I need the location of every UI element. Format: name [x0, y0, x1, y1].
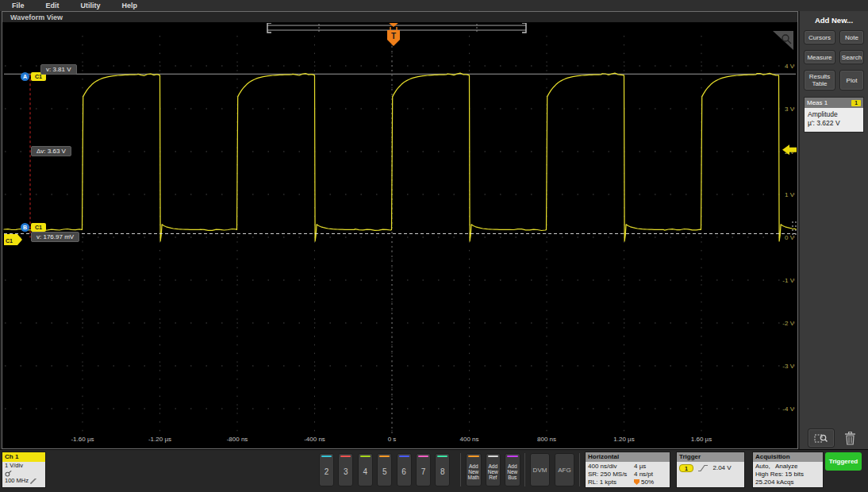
- zoom-box-icon: [814, 432, 828, 444]
- zoom-box-button[interactable]: [808, 429, 835, 448]
- triggered-status-badge: Triggered: [825, 452, 862, 471]
- channel-3-button[interactable]: 3: [338, 453, 353, 486]
- acquisition-title: Acquisition: [753, 452, 823, 462]
- bottom-bar-divider: [524, 453, 525, 486]
- measurement-badge[interactable]: Meas 1 1 Amplitude µ': 3.622 V: [804, 97, 864, 133]
- ruler-right-bracket[interactable]: [522, 23, 526, 33]
- trigger-badge[interactable]: Trigger 1 2.04 V: [676, 452, 745, 488]
- add-plot-button[interactable]: Plot: [839, 70, 864, 90]
- channel-2-button[interactable]: 2: [319, 453, 334, 486]
- add-new-ref-button[interactable]: AddNewRef: [486, 453, 501, 486]
- trash-icon[interactable]: [844, 432, 856, 445]
- cursor-a-badge[interactable]: A: [21, 72, 29, 81]
- add-new-math-button[interactable]: AddNewMath: [466, 453, 482, 486]
- add-new-button-grid: CursorsNoteMeasureSearchResults TablePlo…: [804, 30, 864, 90]
- bandwidth-icon: [30, 479, 36, 484]
- horizontal-badge[interactable]: Horizontal 400 ns/div4 µs SR: 250 MS/s4 …: [585, 452, 670, 488]
- cursor-a-readout[interactable]: v: 3.81 V: [40, 64, 77, 75]
- channel-number: 4: [359, 457, 372, 486]
- cursor-b-badge[interactable]: B: [21, 223, 29, 232]
- add-new-label: AddNewBus: [505, 457, 520, 486]
- trigger-level: 2.04 V: [712, 464, 731, 471]
- y-axis-tick-label: -4 V: [782, 406, 794, 413]
- y-axis-tick-label: 4 V: [785, 63, 795, 70]
- channel-number: 2: [320, 457, 333, 486]
- add-cursors-button[interactable]: Cursors: [804, 30, 835, 44]
- x-axis-tick-label: -1.60 µs: [71, 436, 94, 443]
- channel-8-button[interactable]: 8: [435, 453, 450, 486]
- add-note-button[interactable]: Note: [839, 30, 864, 44]
- channel-number: 3: [339, 457, 352, 486]
- channel-7-button[interactable]: 7: [416, 453, 431, 486]
- waveform-plot[interactable]: -1.60 µs-1.20 µs-800 ns-400 ns0 s400 ns8…: [2, 23, 797, 448]
- y-axis-tick-label: -2 V: [782, 320, 794, 327]
- add-new-title: Add New...: [804, 16, 864, 25]
- acquisition-mode: Auto, Analyze: [755, 463, 820, 471]
- add-results-table-button[interactable]: Results Table: [804, 70, 835, 90]
- x-axis-tick-label: -1.20 µs: [148, 436, 171, 443]
- probe-icon: [5, 471, 12, 477]
- panel-drag-handle[interactable]: [795, 229, 797, 231]
- x-axis-tick-label: 800 ns: [537, 436, 556, 443]
- x-axis-tick-label: -400 ns: [304, 436, 325, 443]
- add-search-button[interactable]: Search: [839, 50, 864, 64]
- afg-label: AFG: [555, 454, 574, 486]
- channel-5-button[interactable]: 5: [377, 453, 392, 486]
- horizontal-position: 50%: [641, 479, 654, 486]
- waveform-view: Waveform View -1.60 µs-1.20 µs-800 ns-40…: [2, 11, 798, 449]
- menu-edit[interactable]: Edit: [46, 2, 60, 10]
- channel-1-badge[interactable]: Ch 1 1 V/div 100 MHz: [2, 452, 46, 488]
- x-axis-tick-label: -800 ns: [227, 436, 248, 443]
- horizontal-sample-rate: SR: 250 MS/s: [588, 471, 634, 479]
- meas-name: Amplitude: [808, 110, 860, 119]
- x-axis-tick-label: 1.20 µs: [613, 436, 634, 443]
- channel-1-ground-label: C1: [6, 238, 13, 244]
- dvm-button[interactable]: DVM: [530, 453, 550, 486]
- channel-1-scale: 1 V/div: [5, 462, 43, 470]
- panel-drag-handle[interactable]: [795, 233, 797, 235]
- add-new-label: AddNewRef: [486, 457, 501, 486]
- horizontal-scale: 400 ns/div: [588, 463, 634, 471]
- channel-4-button[interactable]: 4: [358, 453, 373, 486]
- horizontal-title: Horizontal: [586, 452, 670, 462]
- menu-help[interactable]: Help: [122, 2, 138, 10]
- channel-number: 8: [436, 457, 449, 486]
- panel-drag-handle[interactable]: [792, 233, 793, 235]
- y-axis-tick-label: -3 V: [782, 363, 794, 370]
- channel-1-waveform-trace[interactable]: [4, 73, 797, 241]
- panel-drag-handle[interactable]: [792, 229, 793, 231]
- add-new-label: AddNewMath: [467, 457, 481, 486]
- channel-number: 5: [378, 457, 391, 486]
- menu-file[interactable]: File: [12, 2, 25, 10]
- horizontal-record-length: RL: 1 kpts: [588, 479, 634, 486]
- trigger-position-icon: [634, 479, 639, 485]
- bottom-bar-divider: [579, 453, 580, 486]
- x-axis-tick-label: 400 ns: [459, 436, 478, 443]
- panel-drag-handle[interactable]: [792, 225, 793, 227]
- trigger-source-badge: 1: [679, 464, 693, 472]
- rising-edge-icon: [697, 464, 709, 472]
- acquisition-count: 25.204 kAcqs: [755, 479, 820, 486]
- channel-6-button[interactable]: 6: [397, 453, 412, 486]
- y-axis-tick-label: 3 V: [785, 106, 795, 113]
- acquisition-badge[interactable]: Acquisition Auto, Analyze High Res: 15 b…: [752, 452, 824, 488]
- add-measure-button[interactable]: Measure: [804, 50, 835, 64]
- menu-utility[interactable]: Utility: [81, 2, 101, 10]
- meas-source-badge: 1: [851, 100, 861, 106]
- panel-drag-handle[interactable]: [792, 221, 793, 223]
- acquisition-resolution: High Res: 15 bits: [755, 471, 820, 479]
- afg-button[interactable]: AFG: [555, 453, 574, 486]
- ruler-left-bracket[interactable]: [267, 23, 271, 33]
- channel-number: 7: [417, 457, 430, 486]
- trigger-title: Trigger: [677, 452, 744, 462]
- channel-1-label: Ch 1: [2, 452, 45, 462]
- cursor-b-channel-badge: C1: [31, 223, 46, 232]
- right-sidebar: Add New... CursorsNoteMeasureSearchResul…: [800, 11, 868, 449]
- channel-number: 6: [398, 457, 411, 486]
- cursor-delta-readout: Δv: 3.63 V: [31, 146, 71, 156]
- panel-drag-handle[interactable]: [795, 221, 797, 223]
- trigger-flag-letter: T: [391, 32, 396, 40]
- cursor-b-readout[interactable]: v: 176.97 mV: [31, 232, 79, 242]
- panel-drag-handle[interactable]: [795, 225, 797, 227]
- add-new-bus-button[interactable]: AddNewBus: [505, 453, 520, 486]
